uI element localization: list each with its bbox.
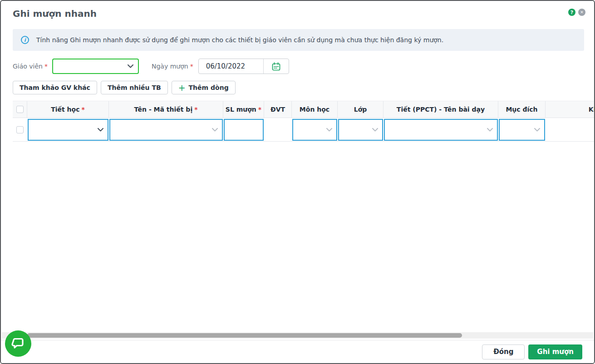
borrow-date-input[interactable] bbox=[199, 59, 263, 74]
chat-widget-button[interactable] bbox=[5, 330, 31, 357]
chevron-down-icon bbox=[212, 128, 218, 132]
row-select-cell bbox=[13, 118, 27, 141]
horizontal-scrollbar-thumb[interactable] bbox=[27, 333, 462, 338]
footer: Đóng Ghi mượn bbox=[1, 340, 594, 363]
column-header-dvt: ĐVT bbox=[264, 101, 292, 118]
chevron-down-icon bbox=[372, 128, 378, 132]
form-row: Giáo viên* Ngày mượn* bbox=[13, 59, 289, 74]
required-marker: * bbox=[194, 106, 197, 113]
header-icons: ? ✕ bbox=[568, 9, 585, 16]
close-icon-glyph: ✕ bbox=[580, 10, 584, 15]
consult-other-teachers-label: Tham khảo GV khác bbox=[20, 84, 90, 91]
row-cell-kho bbox=[546, 118, 595, 141]
help-icon-glyph: ? bbox=[570, 10, 573, 15]
teacher-label: Giáo viên* bbox=[13, 63, 48, 70]
row-cell-ten-ma-thiet-bi bbox=[109, 118, 223, 141]
chevron-down-icon bbox=[98, 128, 103, 132]
add-row-button[interactable]: + Thêm dòng bbox=[172, 81, 236, 94]
page-title: Ghi mượn nhanh bbox=[13, 8, 97, 19]
lop-select[interactable] bbox=[338, 119, 383, 141]
info-banner: i Tính năng Ghi mượn nhanh được sử dụng … bbox=[13, 29, 584, 51]
chevron-down-icon bbox=[534, 128, 540, 132]
row-cell-sl-muon bbox=[223, 118, 264, 141]
column-header-sl-muon: SL mượn* bbox=[223, 101, 264, 118]
select-all-checkbox[interactable] bbox=[16, 106, 24, 113]
add-multiple-devices-label: Thêm nhiều TB bbox=[108, 84, 161, 91]
column-header-lop: Lớp bbox=[338, 101, 384, 118]
muc-dich-select[interactable] bbox=[499, 119, 545, 141]
column-header-mon-hoc: Môn học bbox=[292, 101, 338, 118]
tiet-hoc-select[interactable] bbox=[28, 119, 108, 141]
consult-other-teachers-button[interactable]: Tham khảo GV khác bbox=[13, 81, 97, 94]
column-header-tiet-ppct: Tiết (PPCT) - Tên bài dạy bbox=[384, 101, 498, 118]
chevron-down-icon bbox=[326, 128, 332, 132]
quick-borrow-modal: Ghi mượn nhanh ? ✕ i Tính năng Ghi mượn … bbox=[0, 0, 595, 364]
row-checkbox[interactable] bbox=[16, 126, 24, 133]
calendar-icon[interactable] bbox=[264, 59, 289, 74]
submit-borrow-button[interactable]: Ghi mượn bbox=[528, 344, 582, 359]
column-header-kho: Kho bbox=[546, 101, 595, 118]
required-marker: * bbox=[81, 106, 84, 113]
borrow-items-table: Tiết học* Tên - Mã thiết bị* SL mượn* ĐV… bbox=[13, 101, 595, 142]
column-header-muc-dich: Mục đích bbox=[498, 101, 546, 118]
add-multiple-devices-button[interactable]: Thêm nhiều TB bbox=[101, 81, 168, 94]
sl-muon-input[interactable] bbox=[224, 119, 264, 141]
row-cell-tiet-hoc bbox=[27, 118, 109, 141]
select-all-header-cell bbox=[13, 101, 27, 118]
close-button[interactable]: Đóng bbox=[482, 344, 525, 359]
borrow-date-label: Ngày mượn* bbox=[152, 63, 193, 70]
plus-icon: + bbox=[178, 84, 186, 92]
table-row bbox=[13, 118, 595, 142]
chevron-down-icon bbox=[128, 64, 133, 68]
borrow-date-group bbox=[198, 59, 289, 74]
column-header-ten-ma-thiet-bi: Tên - Mã thiết bị* bbox=[109, 101, 223, 118]
chat-bubble-icon bbox=[11, 337, 25, 350]
row-cell-mon-hoc bbox=[292, 118, 338, 141]
ten-ma-thiet-bi-select[interactable] bbox=[109, 119, 223, 141]
row-cell-muc-dich bbox=[498, 118, 546, 141]
help-icon[interactable]: ? bbox=[568, 9, 575, 16]
table-header-row: Tiết học* Tên - Mã thiết bị* SL mượn* ĐV… bbox=[13, 101, 595, 118]
row-cell-tiet-ppct bbox=[384, 118, 498, 141]
info-banner-text: Tính năng Ghi mượn nhanh được sử dụng để… bbox=[36, 36, 443, 44]
required-marker: * bbox=[258, 106, 261, 113]
column-header-tiet-hoc: Tiết học* bbox=[27, 101, 109, 118]
toolbar: Tham khảo GV khác Thêm nhiều TB + Thêm d… bbox=[13, 81, 236, 94]
tiet-ppct-select[interactable] bbox=[384, 119, 498, 141]
required-marker: * bbox=[190, 63, 193, 70]
add-row-label: Thêm dòng bbox=[189, 84, 229, 91]
chevron-down-icon bbox=[487, 128, 493, 132]
horizontal-scrollbar-track[interactable] bbox=[2, 332, 593, 339]
info-icon: i bbox=[21, 36, 29, 44]
row-cell-lop bbox=[338, 118, 384, 141]
close-icon[interactable]: ✕ bbox=[578, 9, 585, 16]
teacher-select[interactable] bbox=[52, 59, 139, 74]
mon-hoc-select[interactable] bbox=[292, 119, 337, 141]
row-cell-dvt bbox=[264, 118, 292, 141]
required-marker: * bbox=[44, 63, 48, 70]
